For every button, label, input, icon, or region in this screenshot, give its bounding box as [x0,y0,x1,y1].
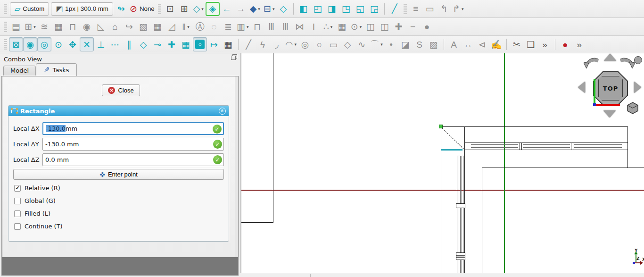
box-selection-icon[interactable]: ⊡ [163,2,177,16]
dropdown-caret-icon[interactable]: ▾ [380,42,383,47]
arch-site-icon[interactable]: ▧ [136,20,150,34]
draft-dimension-icon[interactable]: ↔ [461,37,475,51]
checkbox-box[interactable]: ✔ [14,185,21,192]
arch-window-icon[interactable]: ▦ [150,20,165,34]
checkbox-filled-l[interactable]: Filled (L) [14,210,224,217]
draft-arc-icon[interactable]: ◠▾ [284,37,298,51]
draft-bspline-icon[interactable]: ∿ [355,37,369,51]
toolbar-handle[interactable] [158,4,161,14]
collapse-icon[interactable]: « [219,108,226,115]
draft-ellipse-icon[interactable]: ○ [312,37,326,51]
arch-profile-icon[interactable]: I [306,20,321,34]
arch-truss-icon[interactable]: ⋈ [292,20,306,34]
part-simple-copy-icon[interactable]: ≡ [409,2,423,16]
dropdown-caret-icon[interactable]: ▾ [187,25,190,29]
navcube-mini-cube-icon[interactable] [627,102,639,114]
toggle-selectability-cube-icon[interactable]: ◈ [206,2,220,16]
local-dy-input[interactable]: -130.0 mm ✓ [42,138,224,151]
checkbox-box[interactable] [14,210,21,217]
snap-perpendicular-icon[interactable]: ⊥ [94,37,108,51]
arch-workbench-helmet-icon[interactable]: ● [420,20,434,34]
navigation-cube[interactable]: TOP [574,53,644,122]
draft-point-icon[interactable]: • [384,37,398,51]
export-options-icon[interactable]: ↱▾ [451,2,465,16]
draft-text-icon[interactable]: A [447,37,461,51]
arch-stairs-icon[interactable]: ≣ [221,20,235,34]
arch-column-array-icon[interactable]: Ⅲ [264,20,278,34]
checkbox-box[interactable] [14,223,21,230]
navcube-arrow-right[interactable] [634,82,641,93]
arch-equipment-icon[interactable]: ‖▾ [179,20,193,34]
arch-material-icon[interactable]: ∴▾ [321,20,335,34]
working-plane-custom-button[interactable]: ▱Custom [10,2,49,16]
arch-cut-line-icon[interactable]: ◫ [377,20,391,34]
navcube-rotate-ccw-icon[interactable] [582,57,600,71]
snap-special-icon[interactable]: ✥ [66,37,80,51]
snap-working-plane-cube-icon[interactable]: ◇ [136,37,150,51]
draft-bezier-icon[interactable]: ⌒▾ [369,37,384,51]
dropdown-caret-icon[interactable]: ▾ [201,7,204,11]
draft-label-icon[interactable]: ⊲ [475,37,489,51]
view-front-icon[interactable]: ◧ [297,2,311,16]
snap-lock-icon[interactable]: ⊠ [9,37,23,51]
dock-overlay-icon[interactable]: ⊟▾ [262,2,276,16]
draft-autogroup-icon[interactable]: ↬ [114,2,128,16]
snap-intersection-icon[interactable]: ✕ [80,37,94,51]
draft-line-icon[interactable]: ╱ [241,37,256,51]
line-width-scale-button[interactable]: ◩1px | 300.0 mm [51,2,113,16]
arch-roof-icon[interactable]: ◿ [165,20,179,34]
snap-dimensions-icon[interactable]: ○ [193,37,207,51]
panel-scrollbar[interactable] [235,76,238,257]
arch-building-icon[interactable]: ⌂ [108,20,122,34]
arch-remove-component-icon[interactable]: − [405,20,420,34]
dropdown-caret-icon[interactable]: ▾ [272,7,275,11]
navcube-top-face[interactable]: TOP [598,76,623,101]
view-top-icon[interactable]: ◰ [311,2,325,16]
snap-extension-icon[interactable]: ✚ [165,37,179,51]
draft-polyline-icon[interactable]: ϟ [256,37,270,51]
checkbox-global-g[interactable]: Global (G) [14,197,224,204]
toolbar-handle[interactable] [404,4,407,14]
arch-cut-plane-icon[interactable]: ◫ [363,20,377,34]
macro-record-icon[interactable]: ● [558,37,572,51]
draft-set-scale-icon[interactable]: ↦ [207,37,221,51]
close-button[interactable]: ✕ Close [102,84,140,96]
view-rear-icon[interactable]: ◳ [339,2,353,16]
dropdown-caret-icon[interactable]: ▾ [330,25,333,29]
navcube-arrow-up[interactable] [604,54,616,61]
snap-midpoint-icon[interactable]: ◎ [37,37,51,51]
dropdown-caret-icon[interactable]: ▾ [247,25,249,29]
view-forward-icon[interactable]: → [234,2,248,16]
navcube-arrow-left[interactable] [578,82,585,93]
dropdown-caret-icon[interactable]: ▾ [360,25,362,29]
dropdown-caret-icon[interactable]: ▾ [258,7,260,11]
draft-shapestring-icon[interactable]: S [413,37,427,51]
local-dz-input[interactable]: 0.0 mm ✓ [42,153,224,166]
draft-fillet-icon[interactable]: ◞ [270,37,284,51]
toolbar-handle[interactable] [4,22,7,32]
toolbar-overflow2-icon[interactable]: » [572,37,586,51]
measure-icon[interactable]: ╱ [388,2,402,16]
snap-endpoint-icon[interactable]: ◉ [23,37,37,51]
tab-model[interactable]: Model [3,66,36,76]
rectangle-taskbox-header[interactable]: Rectangle « [8,106,229,116]
snap-near-icon[interactable]: ⊸ [150,37,165,51]
snap-grid-icon[interactable]: ▦ [179,37,193,51]
dropdown-caret-icon[interactable]: ▾ [33,25,36,29]
snap-ortho-icon[interactable]: ⋯ [108,37,122,51]
arch-rebar-icon[interactable]: ≋ [37,20,51,34]
paste-icon[interactable]: ❏ [524,37,538,51]
arch-panel-icon[interactable]: ▥▾ [235,20,250,34]
draft-circle-icon[interactable]: ◎ [298,37,312,51]
toolbar-handle[interactable] [4,4,7,14]
arch-structure-icon[interactable]: ⊞▾ [23,20,37,34]
view-bottom-icon[interactable]: ◱ [353,2,367,16]
draw-style-cube-icon[interactable]: ◇▾ [191,2,206,16]
panel-float-icon[interactable] [231,56,236,60]
cut-icon[interactable]: ✂ [510,37,524,51]
arch-pipe-icon[interactable]: ⊙▾ [349,20,363,34]
checkbox-box[interactable] [14,198,21,204]
arch-reference-icon[interactable]: ↪ [122,20,136,34]
export-icon[interactable]: ↰ [437,2,451,16]
annotation-style-icon[interactable]: ✍ [489,37,504,51]
